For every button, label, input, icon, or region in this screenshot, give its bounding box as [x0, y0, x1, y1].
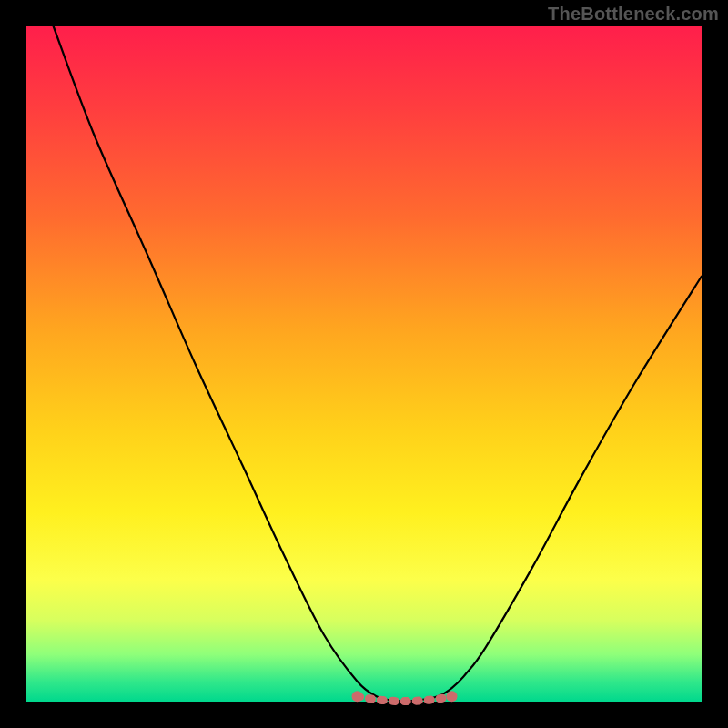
bottleneck-curve — [54, 26, 702, 701]
chart-frame: TheBottleneck.com — [0, 0, 728, 728]
plot-area — [26, 26, 702, 702]
least-bottleneck-band — [352, 691, 458, 702]
curve-svg — [26, 26, 702, 702]
svg-point-1 — [447, 691, 458, 702]
svg-point-0 — [352, 691, 363, 702]
watermark-text: TheBottleneck.com — [548, 4, 719, 25]
